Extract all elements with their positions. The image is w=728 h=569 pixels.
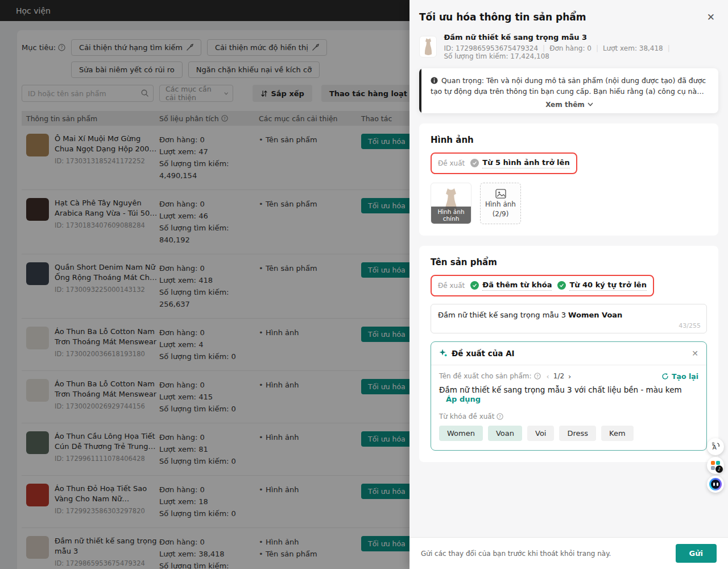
- check-icon-green: [470, 281, 479, 290]
- refresh-icon: [661, 373, 669, 380]
- tiktok-apps-button[interactable]: ♪: [707, 457, 724, 474]
- close-icon[interactable]: ✕: [692, 349, 698, 357]
- keyword-chip[interactable]: Voan: [488, 426, 522, 441]
- keyword-chips: WomenVoanVoiDressKem: [439, 426, 698, 441]
- see-more-link[interactable]: Xem thêm: [431, 101, 708, 109]
- check-icon-gray: [470, 159, 479, 167]
- page-indicator: 1/2: [553, 372, 564, 380]
- dress-image: [422, 38, 435, 56]
- keyword-chip[interactable]: Women: [439, 426, 483, 441]
- panel-title: Tối ưu hóa thông tin sản phẩm: [419, 11, 586, 23]
- product-thumbnail: [419, 36, 437, 57]
- keyword-chip[interactable]: Kem: [601, 426, 634, 441]
- svg-text:?: ?: [536, 374, 539, 379]
- ai-assistant-icon: [709, 478, 722, 490]
- apply-button[interactable]: Áp dụng: [446, 395, 481, 403]
- floating-toolbar: A ♪: [707, 438, 724, 493]
- ai-suggestion-label: Tên đề xuất cho sản phẩm: ?: [439, 372, 541, 380]
- legal-notice: Quan trọng: Tên và nội dung mô tả sản ph…: [419, 68, 718, 113]
- product-meta: ID: 1729865953675479324|Đơn hàng: 0|Lượt…: [444, 44, 718, 60]
- keyword-chip[interactable]: Dress: [559, 426, 596, 441]
- regenerate-button[interactable]: Tạo lại: [661, 372, 698, 381]
- check-icon-green: [557, 281, 566, 290]
- info-icon: [431, 77, 438, 84]
- length-rule[interactable]: Từ 40 ký tự trở lên: [557, 281, 647, 291]
- product-name: Đầm nữ thiết kế sang trọng mẫu 3: [444, 33, 718, 42]
- optimize-product-panel: Tối ưu hóa thông tin sản phẩm ✕ Đầm nữ t…: [410, 0, 728, 569]
- name-suggestion-highlight: Đề xuất Đã thêm từ khóa Từ 40 ký tự trở …: [431, 275, 654, 296]
- notice-text: Quan trọng: Tên và nội dung mô tả sản ph…: [431, 76, 706, 97]
- name-section-title: Tên sản phẩm: [431, 257, 707, 267]
- keywords-label: Từ khóa đề xuất ?: [439, 413, 698, 420]
- help-icon[interactable]: ?: [534, 373, 541, 380]
- main-product-image[interactable]: Hình ảnh chính: [431, 183, 471, 224]
- name-section-card: Tên sản phẩm Đề xuất Đã thêm từ khóa Từ …: [419, 246, 718, 462]
- modal-dim-overlay[interactable]: [0, 0, 410, 569]
- prev-page-icon[interactable]: ‹: [547, 372, 549, 381]
- svg-text:?: ?: [499, 414, 501, 419]
- notice-accent-bar: [419, 68, 421, 113]
- ai-suggested-name: Đầm nữ thiết kế sang trọng mẫu 3 với chấ…: [439, 385, 698, 403]
- main-image-label: Hình ảnh chính: [431, 207, 471, 224]
- image-suggestion-highlight: Đề xuất Từ 5 hình ảnh trở lên: [431, 152, 577, 174]
- product-name-input[interactable]: Đầm nữ thiết kế sang trọng mẫu 3 Women V…: [431, 304, 707, 333]
- footer-hint: Gửi các thay đổi của bạn trước khi thoát…: [421, 550, 611, 558]
- chevron-down-icon: [588, 102, 593, 106]
- image-rule[interactable]: Từ 5 hình ảnh trở lên: [470, 158, 569, 168]
- image-section-title: Hình ảnh: [431, 135, 707, 145]
- next-page-icon[interactable]: ›: [568, 372, 571, 381]
- suggestion-pager: ‹ 1/2 ›: [547, 372, 572, 381]
- char-counter: 43/255: [679, 322, 701, 329]
- product-summary: Đầm nữ thiết kế sang trọng mẫu 3 ID: 172…: [419, 33, 718, 60]
- translate-icon: A: [711, 442, 721, 452]
- svg-text:A: A: [712, 444, 716, 451]
- image-icon: [495, 189, 506, 199]
- sparkle-icon: [439, 349, 448, 357]
- close-icon[interactable]: ✕: [704, 11, 718, 23]
- panel-footer: Gửi các thay đổi của bạn trước khi thoát…: [410, 537, 728, 569]
- keyword-chip[interactable]: Voi: [527, 426, 554, 441]
- image-section-card: Hình ảnh Đề xuất Từ 5 hình ảnh trở lên H…: [419, 123, 718, 236]
- help-icon[interactable]: ?: [497, 413, 503, 420]
- ai-assistant-button[interactable]: [707, 476, 724, 493]
- ai-suggestion-box: Đề xuất của AI ✕ Tên đề xuất cho sản phẩ…: [431, 341, 707, 451]
- submit-button[interactable]: Gửi: [676, 544, 717, 563]
- tiktok-badge-icon: ♪: [715, 465, 723, 473]
- keyword-rule[interactable]: Đã thêm từ khóa: [470, 281, 552, 291]
- translate-button[interactable]: A: [707, 438, 724, 455]
- add-image-button[interactable]: Hình ảnh (2/9): [480, 183, 521, 224]
- ai-box-title: Đề xuất của AI: [452, 349, 515, 358]
